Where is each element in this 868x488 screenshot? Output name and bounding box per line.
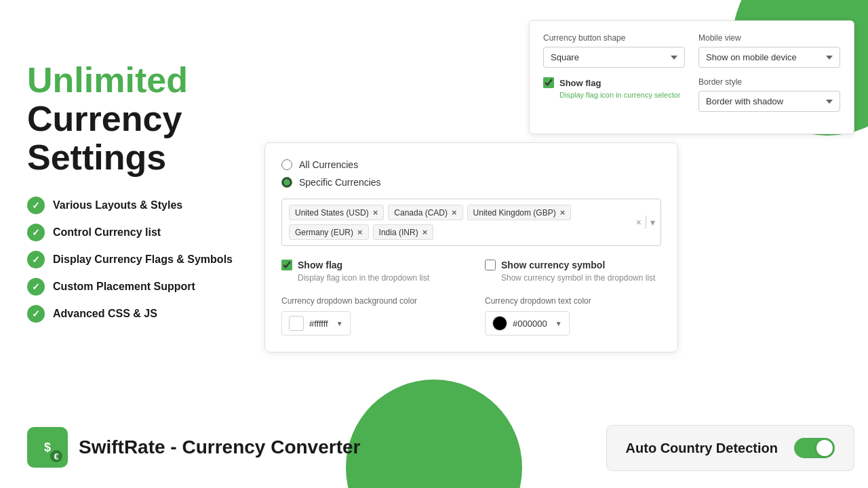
auto-detect-label: Auto Country Detection [626, 441, 778, 456]
feature-item-4: Custom Placement Support [27, 278, 264, 296]
show-symbol-label: Show currency symbol [501, 260, 605, 270]
tags-controls: × ▾ [636, 216, 655, 229]
text-color-swatch [492, 316, 507, 331]
feature-label-1: Various Layouts & Styles [53, 199, 182, 211]
bg-color-swatch [289, 316, 304, 331]
tag-gbp[interactable]: United Kingdom (GBP) × [467, 205, 572, 220]
auto-detect-panel: Auto Country Detection [606, 425, 854, 471]
tag-inr-remove[interactable]: × [422, 227, 428, 237]
mobile-select[interactable]: Show on mobile device [698, 47, 840, 68]
text-color-group: Currency dropdown text color #000000 ▼ [485, 296, 661, 336]
show-flag-label: Show flag [559, 78, 601, 88]
settings-panel: Currency button shape Square Mobile view… [529, 20, 854, 134]
feature-label-2: Control Currency list [53, 226, 161, 239]
feature-item-1: Various Layouts & Styles [27, 197, 264, 214]
show-symbol-hint: Show currency symbol in the dropdown lis… [501, 273, 661, 283]
logo-icon-inner: $ € [44, 441, 51, 455]
tag-cad-remove[interactable]: × [452, 207, 457, 218]
shape-label: Currency button shape [543, 33, 685, 43]
settings-row-1: Currency button shape Square Mobile view… [543, 33, 840, 68]
bg-color-group: Currency dropdown background color #ffff… [281, 296, 458, 336]
tags-clear-icon[interactable]: × [636, 217, 642, 228]
bg-color-picker[interactable]: #ffffff ▼ [281, 311, 351, 336]
tag-usd-remove[interactable]: × [373, 207, 378, 218]
check-icon-1 [27, 197, 45, 214]
auto-detect-toggle[interactable] [794, 438, 835, 458]
bg-color-arrow-icon: ▼ [336, 320, 343, 327]
currency-tags-container: United States (USD) × Canada (CAD) × Uni… [281, 199, 661, 246]
border-style-select[interactable]: Border with shadow [698, 91, 840, 112]
show-flag-checkbox[interactable] [543, 77, 554, 88]
feature-list: Various Layouts & Styles Control Currenc… [27, 197, 264, 323]
all-currencies-label: All Currencies [299, 159, 358, 170]
feature-item-2: Control Currency list [27, 224, 264, 241]
text-color-arrow-icon: ▼ [555, 320, 562, 327]
text-color-label: Currency dropdown text color [485, 296, 661, 306]
all-currencies-radio[interactable] [281, 159, 292, 170]
settings-col-flag: Show flag Display flag icon in currency … [543, 77, 685, 112]
check-icon-5 [27, 305, 45, 323]
text-color-picker[interactable]: #000000 ▼ [485, 311, 570, 336]
all-currencies-option[interactable]: All Currencies [281, 159, 661, 170]
tag-inr[interactable]: India (INR) × [373, 224, 434, 240]
toggle-knob [816, 440, 833, 456]
bg-color-label: Currency dropdown background color [281, 296, 458, 306]
tag-eur-remove[interactable]: × [357, 227, 363, 237]
text-color-value: #000000 [513, 319, 547, 329]
specific-currencies-option[interactable]: Specific Currencies [281, 177, 661, 188]
feature-label-3: Display Currency Flags & Symbols [53, 253, 233, 266]
title-line1: Unlimited [27, 61, 264, 100]
show-flag-checkbox-row: Show flag [281, 260, 458, 270]
show-flag-hint: Display flag icon in currency selector [559, 91, 685, 99]
show-symbol-checkbox-row: Show currency symbol [485, 260, 661, 270]
currency-radio-group: All Currencies Specific Currencies [281, 159, 661, 188]
logo-euro-sign: € [50, 450, 62, 462]
logo-dollar-sign: $ [44, 441, 51, 455]
tag-cad[interactable]: Canada (CAD) × [388, 205, 462, 220]
main-title: Unlimited Currency Settings [27, 61, 264, 178]
feature-item-5: Advanced CSS & JS [27, 305, 264, 323]
decorative-circle-bottom [346, 380, 522, 488]
settings-col-mobile: Mobile view Show on mobile device [698, 33, 840, 68]
left-section: Unlimited Currency Settings Various Layo… [27, 61, 264, 332]
bg-color-value: #ffffff [309, 319, 328, 329]
panel-show-flag-hint: Display flag icon in the dropdown list [298, 273, 458, 283]
tag-gbp-label: United Kingdom (GBP) [473, 208, 556, 218]
check-icon-4 [27, 278, 45, 296]
logo-icon: $ € [27, 427, 68, 468]
feature-label-5: Advanced CSS & JS [53, 308, 157, 320]
options-row: Show flag Display flag icon in the dropd… [281, 260, 661, 283]
mobile-label: Mobile view [698, 33, 840, 43]
check-icon-2 [27, 224, 45, 241]
settings-col-shape: Currency button shape Square [543, 33, 685, 68]
tag-usd-label: United States (USD) [295, 208, 369, 218]
panel-show-flag-label: Show flag [298, 260, 342, 270]
tag-inr-label: India (INR) [379, 228, 418, 237]
show-symbol-checkbox[interactable] [485, 260, 496, 270]
tag-eur[interactable]: Germany (EUR) × [289, 224, 369, 240]
show-flag-row: Show flag [543, 77, 685, 88]
feature-label-4: Custom Placement Support [53, 281, 195, 293]
show-flag-group: Show flag Display flag icon in the dropd… [281, 260, 458, 283]
settings-col-border: Border style Border with shadow [698, 77, 840, 112]
tag-eur-label: Germany (EUR) [295, 228, 353, 237]
currency-panel: All Currencies Specific Currencies Unite… [264, 142, 678, 352]
specific-currencies-radio[interactable] [281, 177, 292, 188]
brand-name: SwiftRate - Currency Converter [79, 436, 360, 458]
tags-dropdown-icon[interactable]: ▾ [650, 217, 655, 228]
shape-select[interactable]: Square [543, 47, 685, 68]
border-style-label: Border style [698, 77, 840, 87]
panel-show-flag-checkbox[interactable] [281, 260, 292, 270]
feature-item-3: Display Currency Flags & Symbols [27, 251, 264, 268]
check-icon-3 [27, 251, 45, 268]
settings-row-2: Show flag Display flag icon in currency … [543, 77, 840, 112]
tag-gbp-remove[interactable]: × [560, 207, 566, 218]
color-row: Currency dropdown background color #ffff… [281, 296, 661, 336]
specific-currencies-label: Specific Currencies [299, 177, 381, 188]
show-symbol-group: Show currency symbol Show currency symbo… [485, 260, 661, 283]
tags-divider [646, 216, 646, 229]
tag-usd[interactable]: United States (USD) × [289, 205, 384, 220]
brand-logo: $ € SwiftRate - Currency Converter [27, 427, 360, 468]
tag-cad-label: Canada (CAD) [394, 208, 448, 218]
title-line2: Currency Settings [27, 100, 264, 177]
